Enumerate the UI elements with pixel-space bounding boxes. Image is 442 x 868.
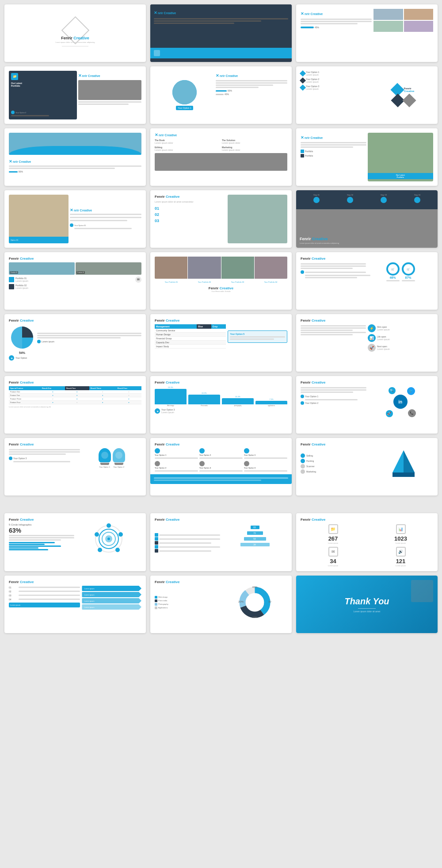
slide-5: Your Option 1 ✕nrir Creative 60%: [150, 66, 292, 124]
slide4-title: ✕nrir Creative: [78, 73, 100, 78]
svg-point-10: [118, 532, 123, 537]
slide-16: Fenrir Creative 54% Lorem ipsum: [4, 314, 146, 372]
slide-18: Fenrir Creative ⚡ Slim openLorem ipsum 📊…: [296, 314, 438, 372]
svg-text:30%: 30%: [268, 600, 271, 603]
slide-20: Fenrir Creative 53.1% Web design 24.3% P…: [150, 376, 292, 434]
stat-34: ✉ 34 Lorem ipsum: [301, 547, 366, 567]
slide9-title: ✕nrir Creative: [301, 135, 323, 140]
slide-8: ✕nrir Creative The BookLorem ipsum dolor…: [150, 128, 292, 186]
slide-14: Your Portfolio 01 Your Portfolio 02 Your…: [150, 252, 292, 310]
svg-text:54: 54: [253, 538, 256, 540]
svg-text:72: 72: [253, 532, 256, 534]
slide-28: Fenrir Creative 01 02 03: [4, 576, 146, 633]
slide10-title: ✕nrir Creative: [70, 208, 141, 212]
slide-27: Fenrir Creative 📁 267 Lorem ipsum 📊 1023…: [296, 513, 438, 571]
slide8-title: ✕nrir Creative: [155, 133, 287, 137]
svg-point-11: [115, 548, 120, 552]
svg-text:20%: 20%: [238, 600, 244, 603]
service-1: The BookLorem ipsum dolor: [155, 139, 220, 144]
stat-1023: 📊 1023 Lorem ipsum: [368, 524, 433, 544]
slide-11: Fenrir Creative Lorem ipsum dolor sit am…: [150, 190, 292, 248]
svg-text:34: 34: [253, 543, 256, 546]
slide2-title: ✕nrir Creative: [154, 11, 176, 15]
slide-24: Fenrir Creative Selling Hunting Scanner: [296, 438, 438, 495]
section-gap-1: [4, 500, 438, 509]
slide-17: Fenrir Creative Management Blue Gray Com…: [150, 314, 292, 372]
slide-7: ✕nrir Creative 80%: [4, 128, 146, 186]
stat-267: 📁 267 Lorem ipsum: [301, 524, 366, 544]
slide-9: ✕nrir Creative Portfolio Portfolio: [296, 128, 438, 186]
svg-marker-3: [392, 472, 415, 477]
slide-10: Option 01 ✕nrir Creative Your Option 01: [4, 190, 146, 248]
option-label: Your Option 1: [176, 106, 193, 110]
accent-name: Creative: [73, 36, 89, 40]
service-4: MarketingLorem ipsum dolor: [222, 146, 287, 151]
step-1: 01: [155, 206, 226, 211]
slide-30-thankyou: Thank You Lorem ipsum dolor sit amet: [296, 576, 438, 633]
slide-21: Fenrir Creative Your Option 1 Your Optio…: [296, 376, 438, 434]
slide3-title: ✕nrir Creative: [301, 12, 323, 16]
slide-25: Fenrir Creative 5 Circle Infographic 63%: [4, 513, 146, 571]
slide-6: Your Option 1Lorem ipsum Your Option 2Lo…: [296, 66, 438, 124]
svg-text:40%: 40%: [252, 586, 258, 588]
service-2: The SolutionLorem ipsum dolor: [222, 139, 287, 144]
thankyou-title: Thank You: [344, 596, 389, 607]
brand-name: Fenrir: [61, 36, 72, 40]
step-3: 03: [155, 218, 226, 223]
slide-13: Fenrir Creative Portfolio 01 Portfolio 0…: [4, 252, 146, 310]
svg-point-13: [95, 532, 99, 537]
svg-point-12: [98, 548, 102, 552]
service-3: EditingLorem ipsum dolor: [155, 146, 220, 151]
comparison-table: Special Feature Result One Result Two Re…: [9, 386, 141, 404]
svg-text:83: 83: [253, 526, 256, 529]
slide-1: Fenrir Creative Lorem ipsum dolor sit am…: [4, 4, 146, 62]
slide-29: Fenrir Creative Web design Print media P…: [150, 576, 292, 633]
slide-grid: Fenrir Creative Lorem ipsum dolor sit am…: [4, 4, 438, 633]
slide-2: ✕nrir Creative: [150, 4, 292, 62]
svg-point-9: [107, 523, 111, 528]
stat-121: 🔊 121 Lorem ipsum: [368, 547, 433, 567]
svg-point-8: [107, 538, 110, 540]
data-table: Management Blue Gray Community Service H…: [155, 324, 226, 349]
slide-3: ✕nrir Creative 45%: [296, 4, 438, 62]
step-2: 02: [155, 212, 226, 217]
slide-15: Fenrir Creative 🛒: [296, 252, 438, 310]
slide-26: Fenrir Creative: [150, 513, 292, 571]
slide-19: Fenrir Creative Special Feature Result O…: [4, 376, 146, 434]
slide-4: 📁 Our LatestPortfolio Your Option 2 ✕nri…: [4, 66, 146, 124]
slide-23: Fenrir Creative Your Option 1 Your Optio…: [150, 438, 292, 495]
slide5-title: ✕nrir Creative: [216, 73, 238, 78]
slide-22: Fenrir Creative Your Option 3: [4, 438, 146, 495]
svg-text:10%: 10%: [252, 616, 258, 618]
slide-12: Step 01 Step 02 Step 03 Step 04: [296, 190, 438, 248]
slide7-title: ✕nrir Creative: [9, 159, 31, 164]
